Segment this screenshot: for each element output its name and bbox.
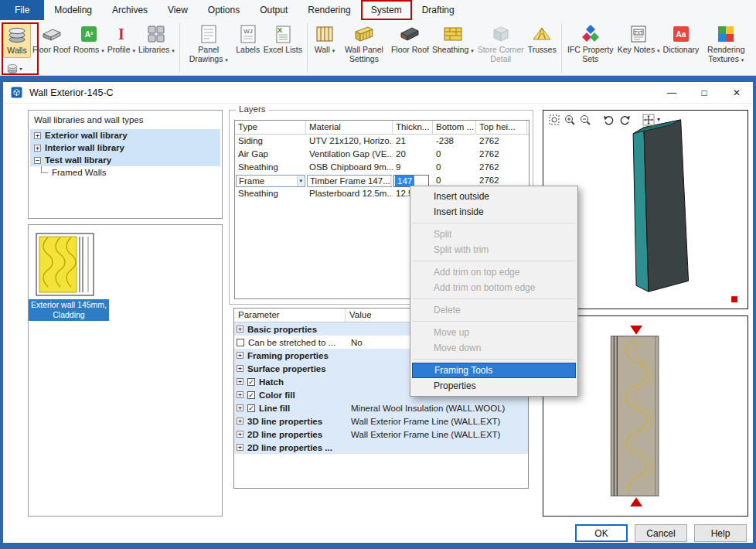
context-menu-item-properties[interactable]: Properties [410,378,577,394]
layers-column-header-thickn[interactable]: Thickn... [393,121,433,134]
maximize-button[interactable]: □ [699,87,710,98]
expand-icon[interactable]: + [237,418,243,425]
svg-text:Aa: Aa [676,30,686,39]
ribbon-button-libraries[interactable]: Libraries ▾ [137,22,176,57]
ribbon-button-trusses[interactable]: Trusses [526,22,558,56]
ribbon-button-floor-roof[interactable]: Floor Roof [31,22,72,56]
param-name-cell: +2D line properties ... [234,443,346,452]
tree-expander-icon[interactable]: + [34,132,41,139]
zoom-window-icon[interactable] [547,113,560,126]
ribbon-button-excel-lists[interactable]: XExcel Lists [262,22,304,56]
param-label: Color fill [259,390,295,400]
checkbox-icon[interactable]: ✓ [247,378,255,386]
menu-item-view[interactable]: View [158,0,198,20]
context-menu-item-insert-inside[interactable]: Insert inside [410,204,577,220]
ribbon-separator [307,23,308,73]
rotate-left-icon[interactable] [602,113,615,126]
combo-caret-icon[interactable]: ▾ [297,176,304,186]
tree-item-interior-wall-library[interactable]: +Interior wall library [30,142,220,154]
trusses-icon [532,24,552,44]
param-row-2d-line-properties[interactable]: +2D line propertiesWall Exterior Frame L… [234,428,528,441]
context-menu-item-framing-tools[interactable]: Framing Tools [412,363,576,378]
help-button[interactable]: Help [694,524,747,542]
expand-icon[interactable]: + [237,404,243,411]
ribbon-button-ifc-property-sets[interactable]: IFC Property Sets [565,22,616,65]
layer-top-cell: 2762 [476,148,527,161]
layer-row-air-gap-1[interactable]: Air GapVentilation Gap (VE...2002762 [235,148,529,161]
checkbox-icon[interactable] [237,339,244,346]
wall-thumbnail-label[interactable]: Exterior wall 145mm, Cladding [29,299,109,321]
zoom-out-icon[interactable] [578,113,591,126]
dropdown-caret-icon[interactable]: ▾ [657,116,663,123]
ribbon-button-rooms[interactable]: A²Rooms ▾ [72,22,106,57]
dialog-titlebar[interactable]: Wall Exterior-145-C — □ ✕ [3,82,753,104]
menu-item-drafting[interactable]: Drafting [412,0,465,20]
param-name-cell: +Surface properties [234,364,346,373]
tree-expander-icon[interactable]: − [34,157,41,164]
tree-item-label: Framed Walls [52,168,107,177]
ribbon-button-walls[interactable]: Walls [3,22,31,58]
ribbon-button-sheathing[interactable]: Sheathing ▾ [431,22,475,57]
menu-item-output[interactable]: Output [250,0,298,20]
ribbon-button-profile[interactable]: IProfile ▾ [106,22,137,57]
expand-icon[interactable]: + [237,391,243,398]
ribbon-button-wall-panel-settings[interactable]: Wall Panel Settings [339,22,390,65]
minimize-button[interactable]: — [666,87,677,98]
ok-button[interactable]: OK [575,524,628,542]
param-row-line-fill[interactable]: +✓Line fillMineral Wool Insulation (WALL… [234,401,528,414]
layers-column-header-material[interactable]: Material [306,121,393,134]
param-row-3d-line-properties[interactable]: +3D line propertiesWall Exterior Frame L… [234,414,528,428]
expand-icon[interactable]: + [237,378,243,385]
cancel-button[interactable]: Cancel [635,524,687,542]
layer-type-combobox[interactable]: Frame▾ [236,175,305,187]
layer-row-sheathing-2[interactable]: SheathingOSB Chipboard 9m...902762 [235,161,529,174]
expand-icon[interactable]: + [237,352,243,359]
menu-item-archives[interactable]: Archives [102,0,158,20]
ribbon-button-dictionary[interactable]: AaDictionary [662,22,701,56]
layer-material-combobox[interactable]: Timber Frame 147...▾ [307,175,392,187]
checkbox-icon[interactable]: ✓ [247,404,255,412]
tree-item-test-wall-library[interactable]: −Test wall library [30,154,220,166]
layers-column-header-bottom[interactable]: Bottom ... [433,121,476,134]
wall-thumbnail[interactable] [36,233,94,296]
dropdown-caret-icon: ▾ [100,48,104,53]
ribbon-button-wall[interactable]: Wall ▾ [311,22,339,57]
expand-icon[interactable]: + [237,326,243,332]
rotate-right-icon[interactable] [618,113,631,126]
ribbon-button-panel-drawings[interactable]: Panel Drawings ▾ [183,22,234,66]
pan-box-icon[interactable] [642,113,655,126]
workspace: Wall Exterior-145-C — □ ✕ Wall libraries… [0,76,756,549]
wall-library-tree-panel: Wall libraries and wall types +Exterior … [28,110,223,219]
layers-column-header-top-hei[interactable]: Top hei... [476,121,527,134]
walls-mini-icon[interactable] [6,64,25,74]
ribbon-button-key-notes[interactable]: TXTKey Notes ▾ [616,22,662,57]
expand-icon[interactable]: + [237,365,243,372]
tree-expander-icon[interactable]: + [34,145,41,152]
menu-item-system[interactable]: System [361,0,412,20]
ribbon-button-label: Profile ▾ [107,46,135,56]
tree-item-exterior-wall-library[interactable]: +Exterior wall library [30,129,220,142]
layer-row-siding-0[interactable]: SidingUTV 21x120, Horizo...21-2382762 [235,135,529,148]
param-row-2d-line-properties[interactable]: +2D line properties ... [234,441,528,454]
menu-item-file[interactable]: File [0,0,44,20]
layer-bottom-cell: -238 [433,135,476,148]
key-notes-icon: TXT [628,24,649,44]
dropdown-caret-icon: ▾ [740,57,744,63]
menu-item-rendering[interactable]: Rendering [298,0,360,20]
menu-item-options[interactable]: Options [198,0,250,20]
close-button[interactable]: ✕ [731,87,742,98]
expand-icon[interactable]: + [237,431,243,438]
ribbon-button-floor-roof[interactable]: Floor Roof [390,22,431,56]
context-menu-item-insert-outside[interactable]: Insert outside [410,189,577,204]
zoom-in-icon[interactable] [563,113,576,126]
expand-icon[interactable]: + [237,444,243,451]
menu-item-modeling[interactable]: Modeling [44,0,102,20]
tree-item-framed-walls[interactable]: Framed Walls [30,166,220,179]
param-value: Mineral Wool Insulation (WALL.WOOL) [346,404,528,413]
svg-text:TXT: TXT [635,30,643,35]
ribbon-button-labels[interactable]: WJLabels [234,22,262,56]
checkbox-icon[interactable]: ✓ [247,391,255,399]
param-value: Wall Exterior Frame Line (WALL.EXT) [346,417,528,426]
ribbon-button-rendering-textures[interactable]: Rendering Textures ▾ [700,22,751,66]
layers-column-header-type[interactable]: Type [235,121,306,134]
